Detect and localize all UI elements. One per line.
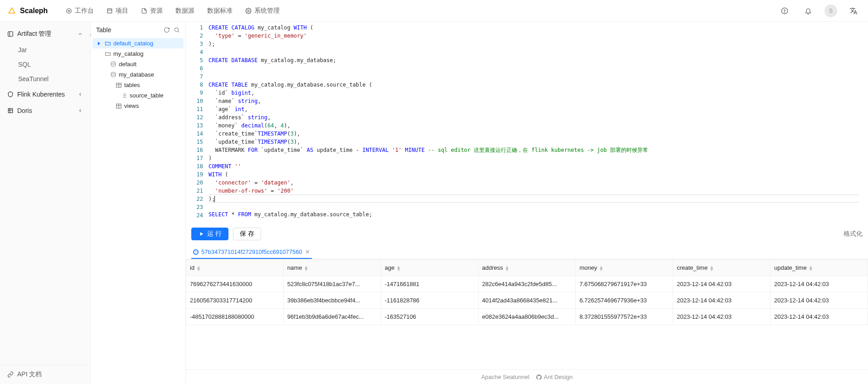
search-icon[interactable]	[174, 27, 180, 33]
sort-icon	[599, 266, 603, 271]
nav-item[interactable]: 资源	[141, 7, 163, 15]
table-cell: 7696276273441630000	[186, 276, 284, 292]
footer-seatunnel-link[interactable]: Apache Seatunnel	[481, 374, 529, 380]
play-icon	[198, 231, 204, 237]
table-cell: 2023-12-14 04:42:03	[673, 309, 771, 325]
table-icon	[115, 82, 122, 88]
nav-item[interactable]: 数据标准	[207, 7, 233, 15]
brand-logo[interactable]: Scaleph	[7, 6, 48, 15]
nav-item[interactable]: 数据源	[175, 7, 194, 15]
nav-item[interactable]: 系统管理	[245, 7, 280, 15]
tree-node-my-database[interactable]: my_database	[92, 69, 184, 80]
table-cell: -1471661881	[381, 276, 478, 292]
api-docs-label: API 文档	[17, 370, 42, 379]
table-cell: 282c6e414a943c2fde5d85...	[478, 276, 576, 292]
folder-icon	[104, 51, 112, 57]
scaleph-logo-icon	[7, 6, 16, 15]
github-icon	[536, 374, 542, 380]
save-button[interactable]: 保 存	[233, 228, 261, 240]
sql-editor[interactable]: 123456789101112131415161718192021222324 …	[186, 22, 868, 224]
user-avatar[interactable]: S	[824, 5, 837, 17]
tree-label: default_catalog	[113, 40, 153, 47]
tree-node-tables[interactable]: tables	[92, 80, 184, 90]
nav-item[interactable]: 工作台	[66, 7, 94, 15]
svg-point-3	[248, 10, 250, 12]
menu-item[interactable]: Jar	[0, 43, 90, 57]
language-icon[interactable]	[846, 4, 861, 18]
nav-item[interactable]: 项目	[107, 7, 128, 15]
column-header[interactable]: money	[576, 260, 673, 276]
table-cell: 2023-12-14 04:42:03	[771, 292, 868, 309]
svg-point-10	[111, 72, 115, 74]
result-tab[interactable]: 57b347371014f272910f5cc691077560 ✕	[191, 246, 312, 259]
sort-icon	[505, 266, 509, 271]
column-header[interactable]: name	[283, 260, 381, 276]
sort-icon	[196, 266, 201, 271]
caret-right-icon	[95, 41, 102, 46]
database-icon	[110, 61, 117, 68]
tree-node-default-catalog[interactable]: default_catalog	[92, 38, 184, 49]
table-cell: 39b386eb3f4becbbce94f4...	[283, 292, 381, 309]
column-header[interactable]: create_time	[673, 260, 771, 276]
page-footer: Apache Seatunnel Ant Design	[186, 369, 868, 384]
svg-point-9	[111, 62, 115, 63]
catalog-tree-panel: ‹ Table default_catalog my_catalog	[91, 22, 186, 384]
tree-label: my_database	[119, 71, 154, 78]
format-button[interactable]: 格式化	[844, 230, 863, 238]
sort-icon	[809, 266, 813, 271]
menu-item[interactable]: SeaTunnel	[0, 72, 90, 86]
save-label: 保 存	[240, 230, 254, 238]
api-docs-link[interactable]: API 文档	[0, 365, 90, 384]
sort-icon	[709, 266, 714, 271]
result-table-wrap: idnameageaddressmoneycreate_timeupdate_t…	[186, 259, 868, 369]
tree-node-source-table[interactable]: source_table	[92, 90, 184, 101]
tree-node-views[interactable]: views	[92, 101, 184, 111]
menu-group-title[interactable]: Doris	[0, 102, 90, 119]
tree-node-my-catalog[interactable]: my_catalog	[92, 49, 184, 59]
menu-item[interactable]: SQL	[0, 57, 90, 72]
success-icon	[193, 249, 199, 255]
sort-icon	[304, 266, 308, 271]
svg-point-1	[67, 8, 72, 13]
table-cell: 2023-12-14 04:42:03	[771, 309, 868, 325]
run-label: 运 行	[207, 230, 222, 238]
result-tabs: 57b347371014f272910f5cc691077560 ✕	[186, 244, 868, 259]
table-cell: e082e3624a4aa806b9ec3d...	[478, 309, 576, 325]
column-header[interactable]: id	[186, 260, 284, 276]
table-row[interactable]: 7696276273441630000523fc8c075f418b1ac37e…	[186, 276, 868, 292]
table-icon	[115, 103, 122, 109]
table-cell: 8.372801555977572e+33	[576, 309, 673, 325]
table-cell: 2023-12-14 04:42:03	[771, 276, 868, 292]
table-cell: 4014f2ad43a8668435e821...	[478, 292, 576, 309]
column-header[interactable]: address	[478, 260, 576, 276]
close-icon[interactable]: ✕	[305, 248, 310, 255]
footer-antd-link[interactable]: Ant Design	[536, 374, 573, 380]
tree-label: tables	[124, 82, 140, 88]
sort-icon	[396, 266, 401, 271]
tree-label: my_catalog	[113, 50, 143, 57]
chevron-icon	[78, 108, 83, 113]
column-header[interactable]: age	[381, 260, 478, 276]
table-cell: 523fc8c075f418b1ac37e7...	[283, 276, 381, 292]
refresh-icon[interactable]	[164, 27, 170, 33]
main-area: 123456789101112131415161718192021222324 …	[186, 22, 868, 384]
run-button[interactable]: 运 行	[191, 228, 228, 240]
column-header[interactable]: update_time	[771, 260, 868, 276]
svg-point-0	[68, 10, 70, 12]
table-row[interactable]: -485170288818808000096f1eb3b9d6a6de67ac4…	[186, 309, 868, 325]
table-cell: 7.675068279671917e+33	[576, 276, 673, 292]
table-cell: 96f1eb3b9d6a6de67ac4fec...	[283, 309, 381, 325]
folder-icon	[104, 40, 112, 47]
table-row[interactable]: 216056730331771420039b386eb3f4becbbce94f…	[186, 292, 868, 309]
app-header: Scaleph 工作台项目资源数据源数据标准系统管理 S	[0, 0, 868, 22]
menu-group-title[interactable]: Flink Kuberentes	[0, 86, 90, 102]
bell-icon[interactable]	[801, 4, 815, 18]
list-icon	[121, 92, 128, 99]
help-icon[interactable]	[777, 4, 792, 18]
tree-node-default[interactable]: default	[92, 59, 184, 69]
svg-rect-6	[8, 32, 13, 37]
menu-group-title[interactable]: Artifact 管理	[0, 25, 90, 43]
tree-title: Table	[96, 26, 111, 34]
table-cell: 2023-12-14 04:42:03	[673, 276, 771, 292]
collapse-handle-icon[interactable]: ‹	[88, 25, 93, 44]
